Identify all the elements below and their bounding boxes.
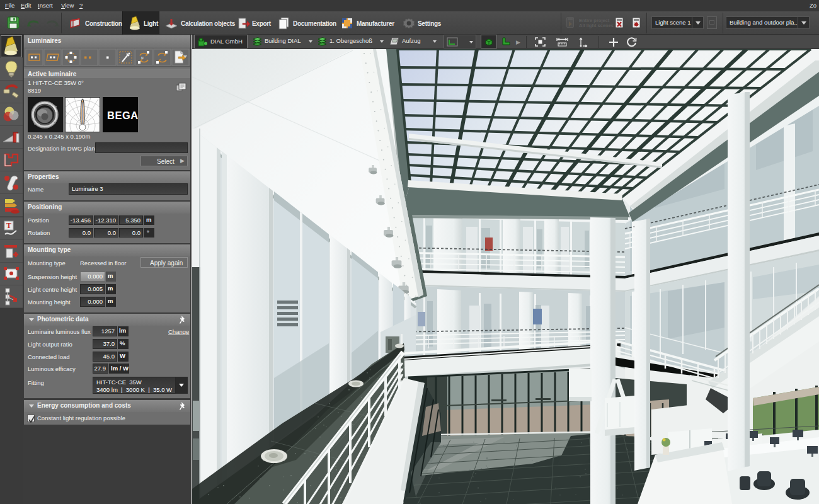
svg-text:N: N xyxy=(141,56,144,60)
svg-text:T: T xyxy=(6,221,11,230)
